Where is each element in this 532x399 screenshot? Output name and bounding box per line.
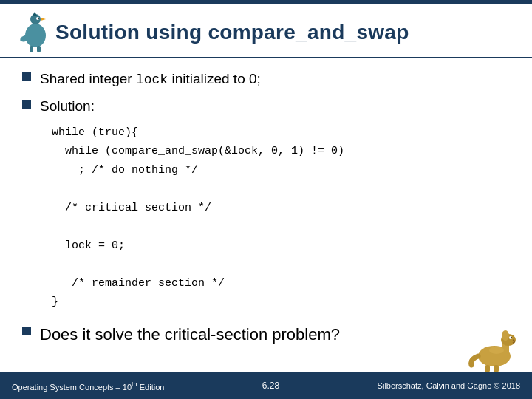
bullet-1-code: lock [136, 72, 168, 87]
code-line-6 [52, 217, 510, 236]
svg-rect-16 [485, 365, 490, 372]
svg-point-5 [38, 18, 39, 19]
svg-rect-7 [30, 46, 33, 52]
code-line-1: while (true){ [52, 123, 510, 143]
title-area: Solution using compare_and_swap [0, 4, 532, 58]
code-block: while (true){ while (compare_and_swap(&l… [52, 123, 510, 312]
dino-top-icon [15, 12, 55, 52]
code-line-8 [52, 255, 510, 274]
svg-point-18 [489, 347, 504, 354]
svg-point-15 [502, 330, 509, 341]
footer-center: 6.28 [262, 381, 279, 391]
code-line-3: ; /* do nothing */ [52, 161, 510, 180]
bullet-square-3 [22, 327, 31, 335]
code-line-7: lock = 0; [52, 236, 510, 256]
content-area: Shared integer lock initialized to 0; So… [0, 66, 532, 349]
footer-left: Operating System Concepts – 10th Edition [12, 381, 164, 392]
svg-marker-3 [41, 18, 46, 21]
bullet-square-2 [22, 100, 31, 109]
code-line-10: } [52, 293, 510, 312]
footer: Operating System Concepts – 10th Edition… [0, 372, 532, 399]
svg-rect-8 [37, 46, 41, 52]
code-line-4 [52, 180, 510, 199]
code-line-9: /* remainder section */ [52, 274, 510, 293]
code-line-2: while (compare_and_swap(&lock, 0, 1) != … [52, 142, 510, 161]
final-bullet: Does it solve the critical-section probl… [22, 322, 510, 347]
dino-bottom-container [468, 328, 520, 372]
bullet-1: Shared integer lock initialized to 0; [22, 69, 510, 90]
code-line-5: /* critical section */ [52, 199, 510, 218]
bullet-2: Solution: [22, 96, 510, 117]
bullet-square-1 [22, 72, 31, 81]
svg-point-2 [30, 14, 41, 24]
final-bullet-text: Does it solve the critical-section probl… [40, 322, 340, 347]
footer-right: Silberschatz, Galvin and Gagne © 2018 [378, 381, 520, 390]
dino-bottom-icon [468, 328, 520, 372]
bullet-1-text: Shared integer lock initialized to 0; [40, 69, 261, 90]
svg-marker-6 [33, 12, 37, 16]
slide-title: Solution using compare_and_swap [55, 21, 409, 44]
svg-point-14 [511, 337, 512, 338]
svg-rect-17 [494, 365, 499, 372]
bullet-2-text: Solution: [40, 96, 95, 117]
slide: Solution using compare_and_swap Shared i… [0, 0, 532, 399]
